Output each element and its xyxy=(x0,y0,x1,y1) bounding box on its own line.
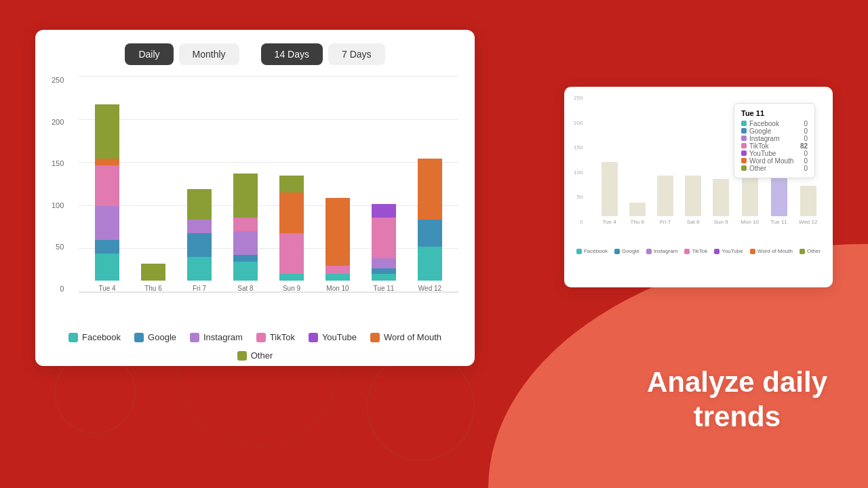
bar-stack xyxy=(326,198,350,281)
bar-segment xyxy=(326,274,350,281)
small-bar-segment xyxy=(657,176,673,216)
tooltip-value: 0 xyxy=(804,150,808,157)
small-bar-x-label: Fri 7 xyxy=(660,219,671,225)
legend-label: Other xyxy=(251,350,273,361)
tooltip-row: YouTube0 xyxy=(741,150,808,157)
bar-stack xyxy=(95,104,119,281)
bar-segment xyxy=(233,218,258,231)
small-bar-segment xyxy=(742,172,758,216)
small-bar-segment xyxy=(685,176,701,216)
small-bar-x-label: Thu 6 xyxy=(631,219,644,225)
bar-stack xyxy=(233,174,258,281)
bar-segment xyxy=(326,266,350,274)
bar-x-label: Sun 9 xyxy=(283,285,300,292)
tooltip-dot xyxy=(741,121,747,126)
legend-item: Other xyxy=(237,350,273,361)
bar-group: Sun 9 xyxy=(279,176,304,292)
small-legend-label: Word of Mouth xyxy=(757,248,793,254)
small-legend-item: Word of Mouth xyxy=(750,248,793,254)
bar-group: Tue 4 xyxy=(95,104,119,292)
bar-segment xyxy=(418,159,442,220)
y-label-150: 150 xyxy=(52,159,64,167)
small-bar-x-label: Tue 11 xyxy=(770,219,787,225)
bar-segment xyxy=(372,218,396,258)
chart-area: 250 200 150 100 50 0 Tue 4Thu 6Fri 7Sat … xyxy=(52,76,458,327)
y-label-250: 250 xyxy=(52,76,64,84)
legend-label: Google xyxy=(148,332,176,342)
legend-color-dot xyxy=(190,333,199,342)
bar-x-label: Wed 12 xyxy=(418,285,441,292)
small-legend-item: Facebook xyxy=(576,248,608,254)
bar-segment xyxy=(372,258,396,268)
small-bar-stack xyxy=(742,172,758,216)
legend-item: Instagram xyxy=(190,332,243,342)
small-legend-item: YouTube xyxy=(714,248,743,254)
small-chart-legend: FacebookGoogleInstagramTikTokYouTubeWord… xyxy=(574,248,823,254)
monthly-button[interactable]: Monthly xyxy=(179,43,239,65)
tooltip-row: TikTok82 xyxy=(741,142,808,150)
small-legend-label: Instagram xyxy=(654,248,678,254)
y-label-100: 100 xyxy=(52,201,64,209)
bar-segment xyxy=(372,204,396,218)
small-legend-dot xyxy=(576,249,582,254)
tooltip-title: Tue 11 xyxy=(741,109,808,117)
bar-group: Fri 7 xyxy=(187,189,212,292)
small-bar-group: Sat 8 xyxy=(685,176,701,225)
bar-x-label: Sat 8 xyxy=(237,285,253,292)
legend-item: Facebook xyxy=(68,332,121,342)
legend-item: Google xyxy=(134,332,176,342)
bar-segment xyxy=(279,192,304,233)
bar-group: Mon 10 xyxy=(326,198,350,292)
chart-legend: FacebookGoogleInstagramTikTokYouTubeWord… xyxy=(52,332,458,361)
small-bar-segment xyxy=(601,162,618,216)
7days-button[interactable]: 7 Days xyxy=(328,43,385,65)
bar-x-label: Mon 10 xyxy=(326,285,349,292)
small-legend-label: TikTok xyxy=(692,248,707,254)
bar-stack xyxy=(141,264,165,281)
bar-segment xyxy=(279,176,304,192)
legend-label: YouTube xyxy=(322,332,357,342)
small-bar-segment xyxy=(629,203,646,216)
small-bar-group: Mon 10 xyxy=(741,172,759,225)
small-legend-dot xyxy=(750,249,755,254)
y-label-50: 50 xyxy=(56,243,64,251)
bar-x-label: Tue 4 xyxy=(98,285,115,292)
bar-segment xyxy=(187,257,212,281)
bar-stack xyxy=(279,176,304,281)
bar-segment xyxy=(95,206,119,240)
bar-stack xyxy=(187,189,212,281)
bar-segment xyxy=(418,220,442,247)
chart-toolbar: Daily Monthly 14 Days 7 Days xyxy=(52,43,458,65)
bar-segment xyxy=(95,165,119,206)
legend-label: Facebook xyxy=(82,332,121,342)
small-bar-x-label: Tue 4 xyxy=(602,219,616,225)
small-bar-stack xyxy=(601,162,618,216)
tooltip-row-label: TikTok xyxy=(741,142,769,150)
small-bar-group: Thu 6 xyxy=(629,203,646,225)
small-bar-x-label: Wed 12 xyxy=(799,219,817,225)
small-legend-item: Instagram xyxy=(646,248,678,254)
tooltip-dot xyxy=(741,128,747,134)
small-legend-item: Other xyxy=(800,248,821,254)
legend-item: TikTok xyxy=(256,332,295,342)
tooltip-dot xyxy=(741,143,747,148)
legend-label: Instagram xyxy=(203,332,243,342)
small-bar-stack xyxy=(800,186,816,216)
bar-stack xyxy=(418,159,442,281)
legend-color-dot xyxy=(370,333,380,342)
tooltip-value: 0 xyxy=(804,157,808,165)
tooltip-value: 0 xyxy=(804,135,808,142)
bar-group: Wed 12 xyxy=(418,159,442,292)
small-legend-dot xyxy=(684,249,690,254)
daily-button[interactable]: Daily xyxy=(125,43,173,65)
legend-color-dot xyxy=(237,351,247,361)
bar-segment xyxy=(372,274,396,281)
small-legend-label: Google xyxy=(622,248,639,254)
tooltip-dot xyxy=(741,136,747,141)
14days-button[interactable]: 14 Days xyxy=(261,43,323,65)
tooltip-row-label: YouTube xyxy=(741,150,776,157)
bar-segment xyxy=(233,255,258,262)
small-bar-stack xyxy=(629,203,646,216)
bar-segment xyxy=(187,220,212,233)
tooltip-row: Word of Mouth0 xyxy=(741,157,808,165)
